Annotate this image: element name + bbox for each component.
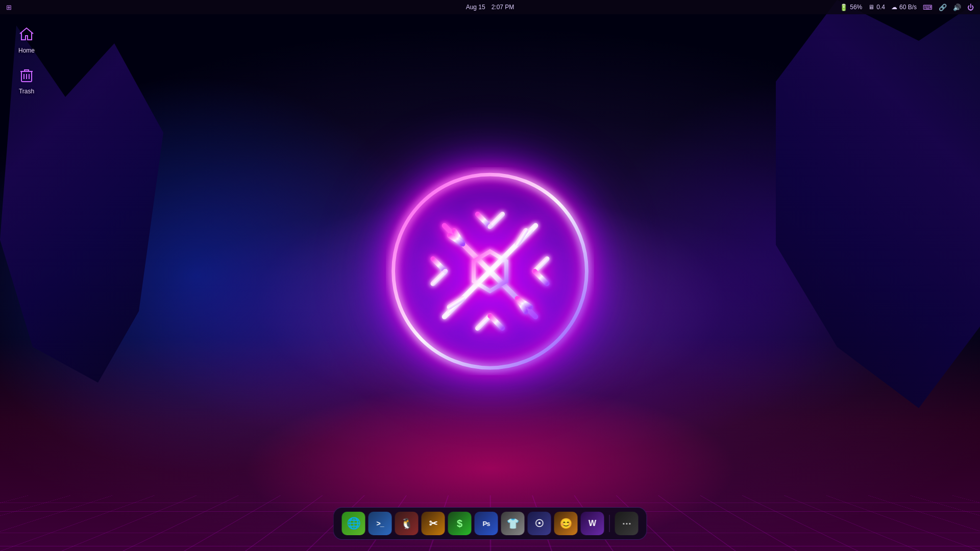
battery-icon: 🔋 [840, 4, 848, 11]
network-icon: ☁ [891, 4, 897, 11]
dock-item-fractal[interactable]: 🌐 [342, 512, 365, 535]
topbar: ⊞ Aug 15 2:07 PM 🔋 56% 🖥 0.4 ☁ 60 B/s ⌨ … [0, 0, 980, 14]
desktop-icon-trash-label: Trash [19, 88, 34, 95]
photoshop-icon: Ps [483, 520, 490, 528]
fractal-icon: 🌐 [347, 517, 360, 530]
desktop-icons: Home Trash [6, 20, 47, 98]
desktop-icon-home[interactable]: Home [6, 20, 47, 57]
terminal-icon: >_ [377, 519, 384, 528]
shirt-icon: 👕 [506, 517, 519, 530]
dock-item-terminal[interactable]: >_ [369, 512, 392, 535]
apps-grid-icon[interactable]: ⊞ [6, 4, 12, 11]
dock-item-apparel[interactable]: 👕 [501, 512, 525, 535]
topbar-battery: 🔋 56% [840, 4, 862, 11]
colorpicker-icon: ✂ [429, 517, 437, 530]
topbar-left: ⊞ [6, 4, 12, 11]
dock-item-emoji[interactable]: 😊 [554, 512, 578, 535]
dock-item-more[interactable]: ⋯ [615, 512, 639, 535]
desktop-icon-home-label: Home [18, 47, 35, 54]
topbar-cpu: 🖥 0.4 [868, 4, 885, 11]
topbar-network: ☁ 60 B/s [891, 4, 917, 11]
home-icon [16, 23, 37, 45]
audio-icon[interactable]: 🔊 [953, 4, 961, 11]
network-settings-icon[interactable]: 🔗 [939, 4, 947, 11]
dock-item-linux[interactable]: 🐧 [395, 512, 419, 535]
cpu-icon: 🖥 [868, 4, 874, 11]
dock-item-fingerprint[interactable]: ☉ [528, 512, 551, 535]
taskbar-dock: 🌐 >_ 🐧 ✂ $ Ps 👕 ☉ 😊 W ⋯ [333, 507, 647, 540]
topbar-center: Aug 15 2:07 PM [466, 4, 514, 11]
wordprocessor-icon: W [589, 519, 596, 528]
dock-item-budget[interactable]: $ [448, 512, 472, 535]
power-icon[interactable]: ⏻ [967, 4, 974, 11]
topbar-time: 2:07 PM [492, 4, 514, 11]
dock-item-colorpicker[interactable]: ✂ [422, 512, 445, 535]
keyboard-icon[interactable]: ⌨ [923, 4, 933, 11]
dock-item-wordprocessor[interactable]: W [581, 512, 604, 535]
dock-separator [609, 515, 610, 532]
trash-icon [16, 64, 37, 86]
neon-snowflake [383, 164, 597, 379]
penguin-icon: 🐧 [400, 517, 413, 530]
topbar-date: Aug 15 [466, 4, 485, 11]
dock-item-photoshop[interactable]: Ps [475, 512, 498, 535]
grid-icon: ⋯ [622, 518, 631, 529]
emoji-icon: 😊 [559, 517, 572, 530]
desktop-icon-trash[interactable]: Trash [6, 61, 47, 98]
topbar-right: 🔋 56% 🖥 0.4 ☁ 60 B/s ⌨ 🔗 🔊 ⏻ [840, 4, 974, 11]
fingerprint-icon: ☉ [535, 517, 544, 530]
budget-icon: $ [457, 518, 462, 530]
